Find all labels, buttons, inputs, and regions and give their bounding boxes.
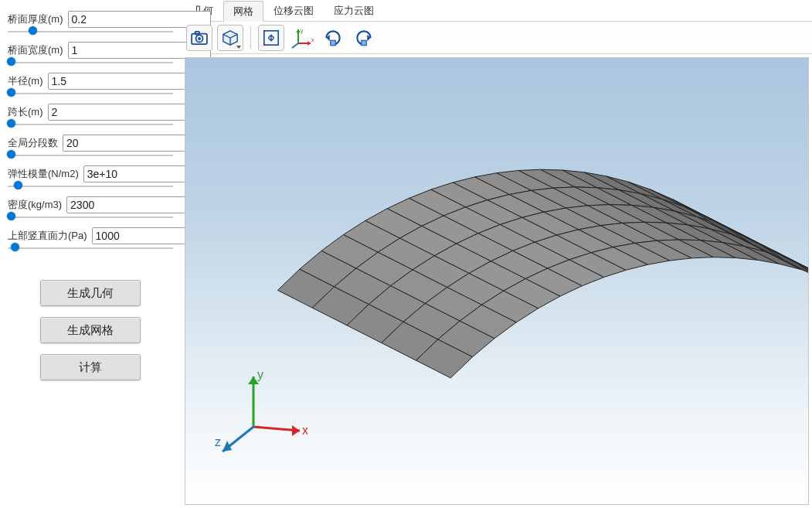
- rotate-cw-button[interactable]: [351, 25, 377, 51]
- svg-marker-119: [292, 425, 300, 436]
- param-slider-2[interactable]: [8, 91, 173, 94]
- param-label: 半径(m): [8, 74, 43, 88]
- param-label: 桥面厚度(m): [8, 12, 63, 26]
- svg-marker-8: [307, 41, 311, 46]
- param-label: 桥面宽度(m): [8, 43, 63, 57]
- param-label: 跨长(m): [8, 105, 43, 119]
- axis-y-label: y: [257, 368, 263, 381]
- param-label: 密度(kg/m3): [8, 198, 62, 212]
- param-input-3[interactable]: [48, 104, 191, 121]
- param-label: 上部竖直面力(Pa): [8, 229, 87, 243]
- svg-text:y: y: [301, 28, 304, 34]
- param-label: 全局分段数: [8, 136, 58, 150]
- axis-triad: x y z: [215, 365, 307, 458]
- toolbar-separator: [250, 27, 251, 49]
- svg-point-2: [198, 36, 201, 39]
- axis-z-label: z: [215, 435, 221, 448]
- svg-text:x: x: [311, 37, 314, 43]
- param-slider-5[interactable]: [8, 184, 173, 187]
- chevron-down-icon: [236, 46, 241, 49]
- rotate-ccw-button[interactable]: [320, 25, 346, 51]
- param-slider-7[interactable]: [8, 246, 173, 249]
- generate-mesh-button[interactable]: 生成网格: [40, 317, 141, 343]
- param-slider-0[interactable]: [8, 29, 173, 32]
- compute-button[interactable]: 计算: [40, 354, 141, 380]
- svg-rect-15: [331, 40, 336, 46]
- axis-x-label: x: [302, 424, 307, 437]
- svg-line-11: [292, 43, 298, 48]
- param-input-2[interactable]: [48, 73, 191, 90]
- parameter-panel: 桥面厚度(m) 桥面宽度(m) 半径(m) 跨长(m): [0, 0, 182, 508]
- tab-mesh[interactable]: 网格: [223, 1, 263, 22]
- param-slider-4[interactable]: [8, 153, 173, 156]
- param-slider-3[interactable]: [8, 122, 173, 125]
- svg-rect-17: [362, 40, 367, 46]
- tab-bar: 几何网格位移云图应力云图: [182, 0, 812, 22]
- rotate-ccw-icon: [323, 28, 343, 48]
- view-cube-button[interactable]: [217, 25, 243, 51]
- fit-icon: [263, 29, 280, 46]
- main-content: 几何网格位移云图应力云图 x y: [182, 0, 812, 508]
- fit-view-button[interactable]: [258, 25, 284, 51]
- param-label: 弹性模量(N/m2): [8, 167, 79, 181]
- param-slider-1[interactable]: [8, 60, 173, 63]
- rotate-cw-icon: [354, 28, 374, 48]
- axes-indicator: x y: [289, 25, 315, 51]
- axes-mini-icon: x y: [290, 26, 314, 49]
- 3d-viewport[interactable]: x y z: [185, 57, 809, 505]
- generate-geometry-button[interactable]: 生成几何: [40, 280, 141, 306]
- cube-icon: [222, 29, 239, 46]
- tab-stress[interactable]: 应力云图: [324, 0, 384, 21]
- param-slider-6[interactable]: [8, 215, 173, 218]
- tab-displacement[interactable]: 位移云图: [263, 0, 324, 21]
- viewport-toolbar: x y: [182, 22, 812, 54]
- camera-icon: [191, 31, 208, 45]
- screenshot-button[interactable]: [186, 25, 212, 51]
